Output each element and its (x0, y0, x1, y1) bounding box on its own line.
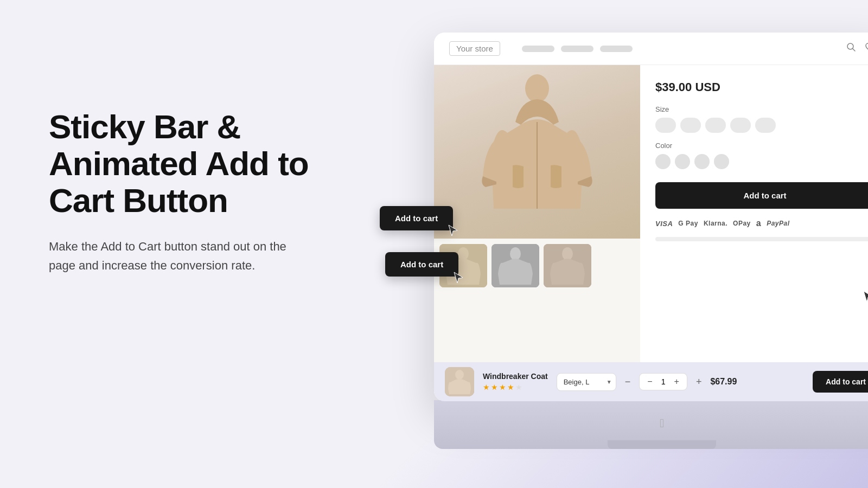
size-option-5[interactable] (755, 118, 776, 133)
klarna-logo: Klarna. (704, 220, 727, 227)
amazon-logo: a (756, 219, 761, 228)
gpay-logo: G Pay (678, 220, 698, 227)
svg-point-7 (510, 247, 521, 260)
hero-description: Make the Add to Cart button stand out on… (49, 237, 288, 275)
hero-title: Sticky Bar & Animated Add to Cart Button (49, 108, 331, 220)
variant-select-wrapper[interactable]: Beige, L Beige, M Beige, S Black, L ▼ (557, 373, 616, 391)
visa-logo: VISA (655, 220, 673, 228)
svg-point-11 (455, 370, 464, 380)
product-details: $39.00 USD Size Color Add to cart (640, 65, 868, 401)
left-panel: Sticky Bar & Animated Add to Cart Button… (49, 108, 331, 275)
quantity-decrease-button[interactable]: − (646, 377, 653, 387)
floating-atc-button-2[interactable]: Add to cart (385, 252, 458, 277)
sticky-stars: ★ ★ ★ ★ ★ (483, 383, 548, 391)
cursor-icon-1 (448, 224, 458, 240)
quantity-value: 1 (658, 377, 669, 386)
color-option-4[interactable] (714, 154, 729, 169)
star-3: ★ (499, 383, 506, 391)
product-price: $39.00 USD (655, 80, 868, 94)
nav-pill-2 (561, 46, 593, 52)
nav-pill-1 (522, 46, 554, 52)
floating-atc-button-1[interactable]: Add to cart (380, 206, 453, 230)
laptop-mockup: Your store (401, 33, 868, 455)
header-icons (846, 42, 868, 55)
floating-atc-btn-2[interactable]: Add to cart (385, 252, 458, 277)
payment-bar (655, 237, 868, 241)
svg-line-1 (853, 49, 856, 52)
apple-logo-icon:  (660, 416, 664, 431)
color-option-3[interactable] (694, 154, 710, 169)
color-label: Color (655, 142, 868, 150)
nav-pill-3 (600, 46, 633, 52)
sticky-product-thumbnail (445, 367, 474, 396)
laptop-chin:  (434, 400, 868, 449)
product-svg (475, 68, 599, 236)
star-1: ★ (483, 383, 490, 391)
svg-point-9 (562, 247, 573, 260)
laptop-screen: Your store (434, 33, 868, 401)
size-label: Size (655, 105, 868, 113)
sticky-bar: Windbreaker Coat ★ ★ ★ ★ ★ Beige, L Beig… (434, 362, 868, 401)
nav-pills (522, 46, 835, 52)
svg-point-2 (525, 74, 549, 102)
quantity-control: − 1 + (639, 373, 687, 390)
opay-logo: OPay (733, 220, 751, 227)
laptop-foot (608, 440, 716, 449)
quantity-increase-button[interactable]: + (673, 377, 680, 387)
sticky-dash: − (625, 376, 631, 388)
thumbnail-2[interactable] (492, 244, 539, 287)
color-option-1[interactable] (655, 154, 671, 169)
size-option-2[interactable] (680, 118, 701, 133)
svg-point-5 (458, 247, 469, 260)
search-icon[interactable] (846, 42, 856, 55)
wishlist-icon[interactable] (865, 42, 868, 55)
sticky-atc-button[interactable]: Add to cart (813, 371, 868, 393)
store-content: $39.00 USD Size Color Add to cart (434, 65, 868, 401)
star-5: ★ (515, 383, 522, 391)
sticky-dash-2: + (696, 376, 702, 388)
product-image-area (434, 65, 640, 401)
payment-methods: VISA G Pay Klarna. OPay a PayPal (655, 219, 868, 228)
sticky-price: $67.99 (710, 377, 737, 387)
size-option-4[interactable] (730, 118, 751, 133)
main-product-image (434, 65, 640, 239)
cursor-icon-2 (453, 271, 464, 287)
thumbnail-row (434, 239, 640, 293)
main-atc-button[interactable]: Add to cart (655, 182, 868, 209)
color-options (655, 154, 868, 169)
sticky-product-name: Windbreaker Coat (483, 372, 548, 381)
size-options (655, 118, 868, 133)
floating-atc-btn-1[interactable]: Add to cart (380, 206, 453, 230)
size-option-1[interactable] (655, 118, 676, 133)
star-4: ★ (507, 383, 514, 391)
size-option-3[interactable] (705, 118, 726, 133)
variant-select[interactable]: Beige, L Beige, M Beige, S Black, L (557, 373, 616, 391)
cursor-main (863, 290, 868, 305)
color-option-2[interactable] (675, 154, 690, 169)
store-header: Your store (434, 33, 868, 65)
star-2: ★ (491, 383, 498, 391)
paypal-logo: PayPal (767, 220, 789, 227)
thumbnail-3[interactable] (544, 244, 591, 287)
sticky-product-info: Windbreaker Coat ★ ★ ★ ★ ★ (483, 372, 548, 391)
store-logo: Your store (449, 41, 500, 56)
